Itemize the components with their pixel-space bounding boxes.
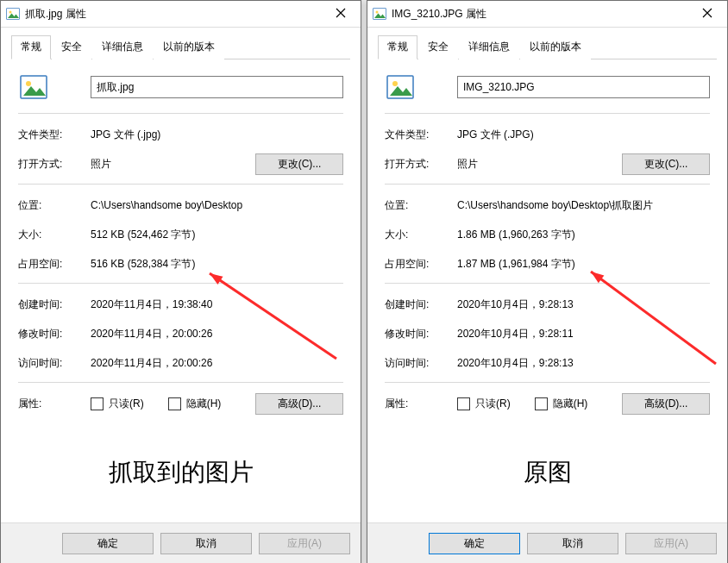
checkbox-readonly[interactable]: 只读(R) xyxy=(457,397,511,411)
file-icon xyxy=(6,7,20,21)
label-size: 大小: xyxy=(385,228,457,242)
dialog-footer: 确定 取消 应用(A) xyxy=(1,522,361,563)
tab-strip: 常规 安全 详细信息 以前的版本 xyxy=(367,28,727,59)
checkbox-box xyxy=(457,397,470,410)
ok-button[interactable]: 确定 xyxy=(62,533,154,554)
divider xyxy=(18,382,343,383)
value-open-with: 照片 xyxy=(91,157,255,172)
dialog-footer: 确定 取消 应用(A) xyxy=(367,522,727,563)
change-button[interactable]: 更改(C)... xyxy=(255,153,343,175)
cancel-button[interactable]: 取消 xyxy=(527,533,618,554)
file-icon-large xyxy=(386,73,414,101)
value-modified: 2020年10月4日，9:28:11 xyxy=(457,327,710,341)
filename-input[interactable]: IMG_3210.JPG xyxy=(457,76,710,98)
tab-general[interactable]: 常规 xyxy=(378,35,417,59)
checkbox-hidden[interactable]: 隐藏(H) xyxy=(535,397,588,411)
title-bar[interactable]: 抓取.jpg 属性 xyxy=(1,1,361,28)
close-icon xyxy=(336,8,346,21)
ok-button[interactable]: 确定 xyxy=(429,533,520,554)
value-created: 2020年11月4日，19:38:40 xyxy=(91,297,343,312)
close-icon xyxy=(702,8,712,21)
value-size-on-disk: 1.87 MB (1,961,984 字节) xyxy=(457,257,710,272)
label-location: 位置: xyxy=(18,198,91,213)
title-bar[interactable]: IMG_3210.JPG 属性 xyxy=(367,1,727,28)
tab-details[interactable]: 详细信息 xyxy=(459,35,519,59)
label-attributes: 属性: xyxy=(18,397,91,411)
svg-point-7 xyxy=(392,81,398,86)
window-title: IMG_3210.JPG 属性 xyxy=(392,7,687,22)
svg-point-5 xyxy=(376,11,379,14)
tab-details[interactable]: 详细信息 xyxy=(92,35,153,59)
label-file-type: 文件类型: xyxy=(385,128,457,142)
value-accessed: 2020年10月4日，9:28:13 xyxy=(457,356,710,371)
advanced-button[interactable]: 高级(D)... xyxy=(255,393,343,415)
value-open-with: 照片 xyxy=(457,157,622,172)
window-title: 抓取.jpg 属性 xyxy=(25,7,321,22)
checkbox-hidden[interactable]: 隐藏(H) xyxy=(168,397,222,411)
checkbox-label: 只读(R) xyxy=(475,397,511,411)
tab-security[interactable]: 安全 xyxy=(52,35,91,59)
value-file-type: JPG 文件 (.JPG) xyxy=(457,128,710,142)
apply-button[interactable]: 应用(A) xyxy=(259,533,350,554)
filename-input[interactable]: 抓取.jpg xyxy=(91,76,343,98)
label-modified: 修改时间: xyxy=(18,327,91,341)
divider xyxy=(385,283,710,284)
tab-panel-general: IMG_3210.JPG 文件类型:JPG 文件 (.JPG) 打开方式: 照片… xyxy=(367,59,727,522)
label-file-type: 文件类型: xyxy=(18,128,91,142)
label-created: 创建时间: xyxy=(18,297,91,312)
value-size-on-disk: 516 KB (528,384 字节) xyxy=(91,257,343,272)
value-file-type: JPG 文件 (.jpg) xyxy=(91,128,343,142)
svg-point-3 xyxy=(26,81,31,86)
value-location: C:\Users\handsome boy\Desktop xyxy=(91,199,343,211)
properties-dialog: IMG_3210.JPG 属性 常规 安全 详细信息 以前的版本 IMG_321… xyxy=(367,0,728,563)
value-created: 2020年10月4日，9:28:13 xyxy=(457,297,710,312)
label-open-with: 打开方式: xyxy=(385,157,457,172)
apply-button[interactable]: 应用(A) xyxy=(625,533,717,554)
label-accessed: 访问时间: xyxy=(18,356,91,371)
value-size: 1.86 MB (1,960,263 字节) xyxy=(457,228,710,242)
checkbox-label: 隐藏(H) xyxy=(186,397,222,411)
checkbox-box xyxy=(535,397,548,410)
label-attributes: 属性: xyxy=(385,397,457,411)
divider xyxy=(385,382,710,383)
checkbox-label: 隐藏(H) xyxy=(553,397,588,411)
divider xyxy=(18,184,343,185)
value-modified: 2020年11月4日，20:00:26 xyxy=(91,327,343,341)
checkbox-box xyxy=(91,397,104,410)
tab-previous-versions[interactable]: 以前的版本 xyxy=(520,35,591,59)
value-accessed: 2020年11月4日，20:00:26 xyxy=(91,356,343,371)
close-button[interactable] xyxy=(687,1,727,27)
checkbox-box xyxy=(168,397,181,410)
file-icon-large xyxy=(20,73,47,101)
label-size: 大小: xyxy=(18,228,91,242)
label-size-on-disk: 占用空间: xyxy=(385,257,457,272)
tab-general[interactable]: 常规 xyxy=(11,35,51,59)
tab-strip: 常规 安全 详细信息 以前的版本 xyxy=(1,28,361,59)
svg-point-1 xyxy=(9,11,12,14)
advanced-button[interactable]: 高级(D)... xyxy=(622,393,710,415)
divider xyxy=(385,184,710,185)
tab-security[interactable]: 安全 xyxy=(418,35,458,59)
checkbox-readonly[interactable]: 只读(R) xyxy=(91,397,144,411)
label-open-with: 打开方式: xyxy=(18,157,91,172)
divider xyxy=(385,113,710,114)
label-accessed: 访问时间: xyxy=(385,356,457,371)
divider xyxy=(18,113,343,114)
label-modified: 修改时间: xyxy=(385,327,457,341)
value-size: 512 KB (524,462 字节) xyxy=(91,228,343,242)
label-created: 创建时间: xyxy=(385,297,457,312)
checkbox-label: 只读(R) xyxy=(109,397,144,411)
cancel-button[interactable]: 取消 xyxy=(160,533,252,554)
label-size-on-disk: 占用空间: xyxy=(18,257,91,272)
tab-previous-versions[interactable]: 以前的版本 xyxy=(154,35,224,59)
file-icon xyxy=(373,7,386,21)
value-location: C:\Users\handsome boy\Desktop\抓取图片 xyxy=(457,198,710,213)
close-button[interactable] xyxy=(321,1,361,27)
properties-dialog: 抓取.jpg 属性 常规 安全 详细信息 以前的版本 抓取.jpg 文件类型:J… xyxy=(0,0,361,563)
tab-panel-general: 抓取.jpg 文件类型:JPG 文件 (.jpg) 打开方式: 照片 更改(C)… xyxy=(1,59,361,522)
change-button[interactable]: 更改(C)... xyxy=(622,153,710,175)
label-location: 位置: xyxy=(385,198,457,213)
divider xyxy=(18,283,343,284)
